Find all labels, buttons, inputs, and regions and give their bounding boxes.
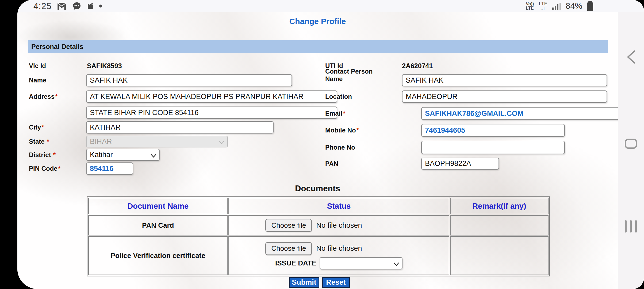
pin-code-input[interactable]	[86, 162, 133, 175]
no-file-chosen-text: No file chosen	[316, 244, 362, 253]
pan-card-doc-name: PAN Card	[142, 221, 174, 229]
district-select[interactable]: Katihar	[86, 149, 160, 161]
pan-card-file-input[interactable]: Choose file No file chosen	[265, 219, 362, 232]
header-remark: Remark(If any)	[450, 198, 549, 214]
police-verification-remark-cell	[450, 236, 549, 275]
status-bar: 4:25 Vo)) LTE LTE ↓↑	[17, 0, 644, 12]
clock: 4:25	[33, 1, 52, 11]
location-label: Location	[325, 90, 352, 103]
volte-icon: Vo)) LTE	[526, 2, 534, 10]
phone-no-label: Phone No	[325, 141, 355, 154]
mobile-no-input[interactable]	[421, 124, 565, 137]
notification-dot-icon	[99, 5, 102, 7]
pin-code-label: PIN Code*	[29, 162, 60, 175]
vle-id-label: Vle Id	[29, 62, 46, 70]
police-verification-doc-name: Police Verification certificate	[111, 252, 205, 260]
pan-card-remark-cell	[450, 215, 549, 235]
address-input[interactable]	[86, 90, 337, 103]
media-icon	[87, 3, 94, 10]
signal-strength-icon	[552, 2, 561, 10]
contact-person-label: Contact Person Name	[325, 68, 375, 83]
choose-file-button[interactable]: Choose file	[265, 242, 312, 255]
name-label: Name	[29, 74, 46, 86]
name-input[interactable]	[86, 74, 292, 86]
issue-date-select[interactable]	[320, 257, 402, 269]
submit-button[interactable]: Submit	[289, 277, 319, 288]
state-select[interactable]: BIHAR	[86, 136, 228, 147]
issue-date-label: ISSUE DATE	[275, 259, 316, 267]
mobile-no-label: Mobile No*	[325, 124, 359, 137]
pan-label: PAN	[325, 158, 338, 170]
city-label: City*	[29, 121, 44, 134]
gmail-icon	[57, 2, 67, 10]
documents-header-row: Document Name Status Remark(If any)	[88, 198, 549, 214]
location-input[interactable]	[402, 90, 607, 103]
table-row-police-verification: Police Verification certificate Choose f…	[88, 236, 549, 275]
table-row-pan-card: PAN Card Choose file No file chosen	[88, 215, 549, 235]
phone-bezel: 4:25 Vo)) LTE LTE ↓↑	[0, 0, 644, 289]
battery-icon	[587, 2, 593, 11]
district-label: District*	[29, 149, 56, 161]
phone-no-input[interactable]	[421, 141, 565, 154]
android-nav-bar	[618, 12, 644, 289]
personal-details-header: Personal Details	[28, 40, 608, 53]
nav-back-button[interactable]	[625, 50, 637, 66]
choose-file-button[interactable]: Choose file	[265, 219, 312, 232]
police-verification-file-input[interactable]: Choose file No file chosen	[265, 242, 362, 255]
uti-id-value: 2A620741	[402, 62, 433, 70]
contact-person-input[interactable]	[402, 74, 607, 86]
phone-screen: 4:25 Vo)) LTE LTE ↓↑	[17, 0, 644, 289]
nav-recents-button[interactable]	[625, 220, 637, 233]
state-label: State*	[29, 136, 49, 147]
header-document-name: Document Name	[88, 198, 228, 214]
browser-viewport: Change Profile Personal Details Vle Id S…	[17, 12, 618, 289]
nav-home-button[interactable]	[625, 139, 637, 149]
address-label: Address*	[29, 90, 57, 103]
battery-percent: 84%	[566, 1, 582, 11]
documents-table: Document Name Status Remark(If any) PAN …	[87, 196, 550, 276]
reset-button[interactable]: Reset	[322, 277, 350, 288]
header-status: Status	[228, 198, 449, 214]
vle-id-value: SAFIK8593	[87, 62, 122, 70]
email-input[interactable]	[421, 107, 618, 120]
messages-icon	[72, 2, 82, 11]
address-line2-input[interactable]	[86, 107, 337, 119]
pan-input[interactable]	[421, 158, 499, 170]
no-file-chosen-text: No file chosen	[316, 221, 362, 230]
city-input[interactable]	[86, 121, 274, 134]
email-label: Email*	[325, 107, 345, 120]
documents-title: Documents	[17, 184, 618, 193]
lte-updown-icon: LTE ↓↑	[539, 2, 547, 11]
page-title: Change Profile	[17, 17, 618, 26]
